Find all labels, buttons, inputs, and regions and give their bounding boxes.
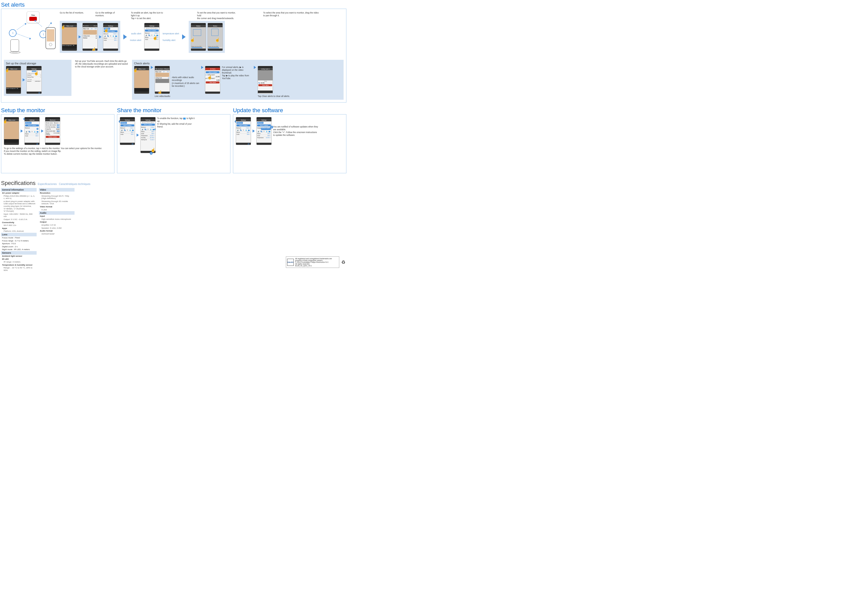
recycle-icon: ♻	[341, 259, 346, 265]
cloud-desc: Set up your YouTube account. Each time t…	[75, 60, 129, 68]
unread-note: For unread alerts, ▶ is displayed on the…	[222, 66, 252, 80]
label-motion-alert: motion alert	[130, 39, 141, 42]
share-monitor-box: 1 Settings Monitors Alerts enabled Bedro…	[117, 114, 230, 173]
phone-screenshot: Living room 1 Today 👣12:05 Clear alerts	[257, 66, 273, 94]
camera-icon	[11, 39, 19, 52]
wifi-icon: ⌇	[9, 29, 17, 37]
phone-screenshot: Motion Motion alert level 80%	[208, 23, 223, 51]
step-caption: Go to the list of monitors.	[60, 11, 85, 14]
phone-screenshot: Settings Monitors Alerts enabled Bedroom…	[120, 117, 135, 145]
phone-screenshot: • Baby room	[4, 117, 19, 145]
footer-legal: PHILIPS All registered and unregistered …	[286, 256, 339, 268]
cloud-storage-panel: Set up the cloud storage • Baby room Aud…	[4, 60, 71, 96]
arrow-icon	[123, 34, 127, 39]
phone-screenshot: 10 Alerts Alerts enabled ▶Living room 1 …	[205, 66, 220, 94]
set-alerts-box: You ⌇ ⌇ Go to the list of monitors.	[1, 9, 346, 102]
step-panel: • Baby room Audio in background ON	[60, 21, 120, 53]
phone-screenshot: • Baby room Audio in background ON	[6, 66, 21, 94]
phone-screenshot: Settings General InSight account Account…	[26, 66, 42, 94]
label-audio-alert: audio alert	[131, 32, 141, 35]
subhead-check: Check alerts	[134, 62, 341, 65]
step-caption: To select the area that you want to moni…	[263, 11, 319, 17]
phone-screenshot: My monitorsShared Baby room↓25°c · ↓50% …	[82, 23, 98, 51]
clear-tip: Tap Clear alerts to clear all alerts.	[257, 95, 290, 98]
spec-col-general: General information AC power adapter Phi…	[1, 188, 37, 272]
arrow-icon	[79, 36, 81, 39]
arrow-icon	[23, 78, 25, 81]
arrow-icon	[20, 129, 23, 133]
update-tips: You are notified of software updates whe…	[273, 126, 319, 136]
specs-es: Especificaciones	[38, 183, 57, 185]
connectivity-diagram: You ⌇ ⌇	[4, 11, 55, 57]
arrow-icon	[136, 133, 139, 136]
setup-tips: To go to the settings of a monitor, tap …	[4, 147, 112, 155]
arrow-icon	[151, 66, 153, 69]
arrow-icon	[182, 34, 186, 39]
phone-screenshot: Settings Monitors Alerts enabled Bedroom…	[236, 117, 251, 145]
step-badge-3: 3	[150, 152, 153, 155]
arrow-icon	[201, 66, 203, 69]
label-live: Live video/audio	[155, 95, 170, 98]
share-tips: To enable the function, tap 👥 to light i…	[157, 117, 195, 128]
check-alerts-panel: Check alerts • Baby room	[132, 60, 344, 100]
phone-screenshot: My monitors | Shared Baby room↓25°c · ↓5…	[155, 66, 170, 94]
phone-screenshot: Settings Monitors | General | About Aler…	[140, 117, 156, 153]
update-software-box: 1 Settings Monitors Alerts enabled Bedro…	[233, 114, 346, 173]
alerts-note: Alerts with video/ audio recordings (A m…	[172, 76, 200, 87]
specs-fr: Caractéristiques techniques	[59, 183, 90, 185]
arrow-icon	[254, 66, 256, 69]
section-title-set-alerts: Set alerts	[1, 2, 346, 8]
phone-screenshot: Settings Monitors Alerts enabled Bedroom…	[103, 23, 118, 51]
step-panel: Motion Motion alert level 80% Mo	[189, 21, 225, 53]
section-title-setup: Setup the monitor	[1, 107, 115, 114]
phone-screenshot: Settings Monitors | General | About Aler…	[144, 23, 160, 51]
step-caption: To set the area that you want to monitor…	[197, 11, 238, 20]
phone-screenshot: Motion Motion alert level 80%	[191, 23, 206, 51]
section-title-specs: Specifications	[1, 180, 36, 186]
subhead-cloud: Set up the cloud storage	[6, 62, 70, 65]
label-humidity-alert: humidity alert	[163, 39, 179, 42]
philips-logo-icon: PHILIPS	[287, 259, 294, 266]
step-caption: Go to the settings of monitors.	[95, 11, 121, 17]
step-badge-2: 2	[270, 126, 273, 129]
label-temperature-alert: temperature alert	[163, 32, 179, 35]
phone-screenshot: Settings Monitors Alerts enabled GarageS…	[256, 117, 271, 145]
arrow-icon	[41, 129, 43, 133]
phone-screenshot: • Baby room Audio in background ON	[62, 23, 77, 51]
step-caption: To enable an alert, tap the icon to ligh…	[131, 11, 167, 20]
setup-monitor-box: • Baby room 1 Settings Monitors	[1, 114, 115, 173]
phone-screenshot: Bedroom Monitor nameBedroom > Set as mai…	[45, 117, 60, 145]
arrow-icon	[99, 36, 101, 39]
section-title-share: Share the monitor	[117, 107, 230, 114]
section-title-update: Update the software	[233, 107, 346, 114]
spec-col-video-audio: Video Resolution Streaming through Wi-Fi…	[39, 188, 74, 235]
phone-screenshot: Settings Monitors Alerts enabled Bedroom…	[25, 117, 40, 145]
phone-outline-icon	[45, 27, 56, 49]
arrow-icon	[253, 129, 255, 133]
phone-screenshot: • Baby room	[134, 66, 149, 94]
youtube-icon: You	[27, 11, 39, 23]
